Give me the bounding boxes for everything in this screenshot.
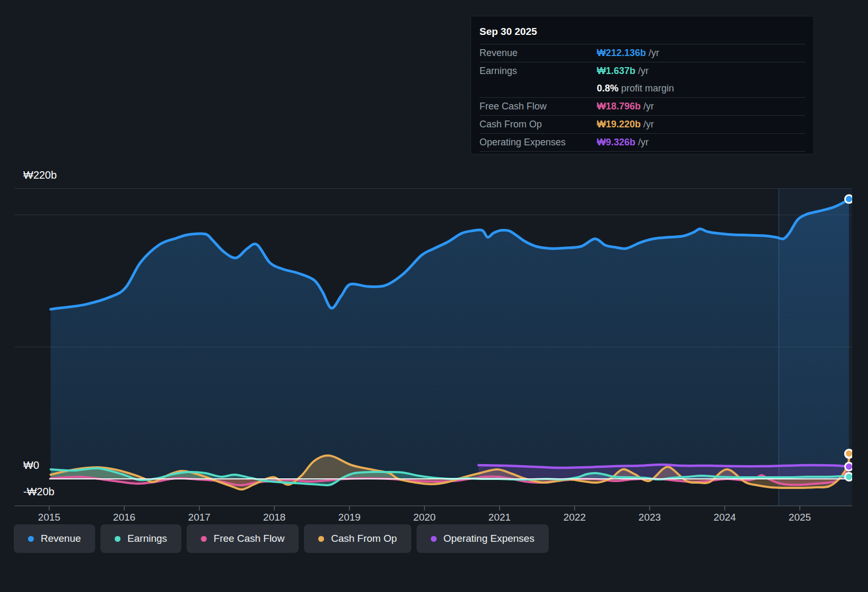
legend-item-label: Operating Expenses (444, 533, 534, 544)
x-tick-label-2025: 2025 (789, 512, 811, 523)
y-axis-label-220b: ₩220b (23, 169, 57, 181)
tooltip-row-opex: Operating Expenses₩9.326b /yr (479, 133, 805, 152)
tooltip-rows: Revenue₩212.136b /yrEarnings₩1.637b /yr0… (479, 44, 805, 152)
tooltip-value-opex: ₩9.326b (597, 137, 635, 147)
legend-item-label: Revenue (41, 533, 81, 544)
tooltip-row-value: ₩1.637b /yr (597, 66, 649, 77)
fcf-legend-dot-icon (201, 536, 207, 542)
tooltip-date: Sep 30 2025 (479, 24, 805, 44)
tooltip-value-revenue: ₩212.136b (597, 48, 646, 58)
x-tick-label-2015: 2015 (38, 512, 60, 523)
x-tick-label-2022: 2022 (564, 512, 586, 523)
tooltip-row-value: ₩9.326b /yr (597, 137, 649, 148)
end-marker-revenue[interactable] (845, 195, 853, 203)
chart-page: 2015201620172018201920202021202220232024… (0, 0, 868, 592)
x-tick-label-2024: 2024 (714, 512, 736, 523)
tooltip-row-value: ₩212.136b /yr (597, 48, 659, 59)
x-tick-label-2017: 2017 (188, 512, 210, 523)
tooltip-row-label: Earnings (479, 66, 597, 77)
tooltip-row-label: Free Cash Flow (479, 101, 597, 112)
chart-tooltip: Sep 30 2025 Revenue₩212.136b /yrEarnings… (470, 16, 814, 154)
cashop-legend-dot-icon (318, 536, 324, 542)
x-tick-label-2019: 2019 (338, 512, 361, 523)
profit-margin-percent: 0.8% (597, 83, 618, 94)
x-tick-label-2020: 2020 (413, 512, 436, 523)
x-tick-label-2023: 2023 (639, 512, 661, 523)
tooltip-row-fcf: Free Cash Flow₩18.796b /yr (479, 97, 805, 115)
legend-item-opex[interactable]: Operating Expenses (417, 524, 549, 553)
chart-legend: RevenueEarningsFree Cash FlowCash From O… (14, 524, 549, 553)
legend-item-cashop[interactable]: Cash From Op (304, 524, 411, 553)
end-marker-cashop[interactable] (845, 450, 853, 458)
x-tick-label-2018: 2018 (263, 512, 285, 523)
tooltip-row-earnings: Earnings₩1.637b /yr (479, 62, 805, 80)
tooltip-row-value: ₩18.796b /yr (597, 101, 654, 112)
y-axis-label--20b: -₩20b (23, 486, 54, 497)
legend-item-label: Free Cash Flow (214, 533, 284, 544)
tooltip-row-label: Revenue (479, 48, 597, 59)
tooltip-value-suffix: /yr (641, 101, 654, 112)
x-tick-label-2021: 2021 (488, 512, 511, 523)
tooltip-value-fcf: ₩18.796b (597, 101, 641, 112)
x-tick-label-2016: 2016 (113, 512, 135, 523)
legend-item-revenue[interactable]: Revenue (14, 524, 95, 553)
tooltip-value-cashop: ₩19.220b (597, 119, 641, 130)
opex-legend-dot-icon (431, 536, 437, 542)
tooltip-value-earnings: ₩1.637b (597, 66, 635, 76)
tooltip-row-label: Operating Expenses (479, 137, 597, 148)
tooltip-row-value: 0.8% profit margin (597, 83, 674, 94)
tooltip-row-label: Cash From Op (479, 119, 597, 130)
legend-item-earnings[interactable]: Earnings (100, 524, 181, 553)
tooltip-row-margin: 0.8% profit margin (479, 80, 805, 97)
earnings-legend-dot-icon (115, 536, 121, 542)
end-marker-earnings[interactable] (845, 473, 853, 480)
tooltip-row-revenue: Revenue₩212.136b /yr (479, 44, 805, 62)
legend-item-label: Earnings (127, 533, 167, 544)
legend-item-fcf[interactable]: Free Cash Flow (187, 524, 299, 553)
end-marker-opex[interactable] (845, 462, 853, 470)
tooltip-value-suffix: /yr (635, 66, 649, 76)
revenue-legend-dot-icon (28, 536, 34, 542)
profit-margin-text: profit margin (618, 83, 674, 94)
tooltip-value-suffix: /yr (646, 48, 659, 58)
legend-item-label: Cash From Op (331, 533, 397, 544)
y-axis-label-0b: ₩0 (23, 459, 39, 471)
tooltip-row-value: ₩19.220b /yr (597, 119, 654, 130)
tooltip-row-cashop: Cash From Op₩19.220b /yr (479, 115, 805, 133)
tooltip-value-suffix: /yr (635, 137, 649, 147)
tooltip-value-suffix: /yr (641, 119, 654, 130)
